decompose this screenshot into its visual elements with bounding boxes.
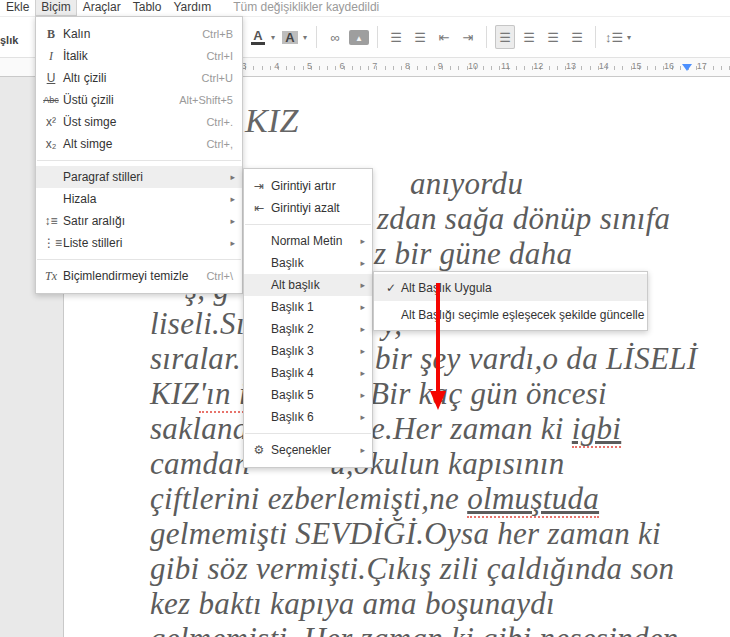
submenu-arrow-icon: ▸ <box>230 238 235 248</box>
right-indent-marker[interactable] <box>682 64 692 71</box>
format-menu: BKalınCtrl+BIİtalikCtrl+IUAltı çiziliCtr… <box>35 16 243 294</box>
menu-item-label: Biçimlendirmeyi temizle <box>63 269 188 283</box>
align-right-icon: ☰ <box>547 31 559 44</box>
ruler-number: 12 <box>533 61 543 71</box>
menu-separator <box>37 259 241 260</box>
highlight-color-icon[interactable]: A <box>280 25 300 49</box>
shortcut-label: Ctrl+I <box>206 50 233 62</box>
bulleted-list-icon[interactable]: ☰ <box>410 25 430 49</box>
menu-item-list-styles[interactable]: ⋮≡Liste stilleri▸ <box>36 232 242 254</box>
menu-item-heading-2[interactable]: Başlık 2▸ <box>244 318 372 340</box>
menu-item-label: Başlık <box>271 256 304 270</box>
menu-item-label: Üst simge <box>63 115 116 129</box>
text-segment: z bir güne daha <box>374 236 572 271</box>
menu-item-label: Başlık 2 <box>271 322 314 336</box>
menu-item-heading[interactable]: Başlık▸ <box>244 252 372 274</box>
menu-item-label: Kalın <box>63 27 90 41</box>
ruler-number: 5 <box>307 61 312 71</box>
menubar-item-menu-yardim[interactable]: Yardım <box>167 0 217 16</box>
indent-decrease-icon: ⇤ <box>251 202 267 214</box>
numbered-list-icon[interactable]: ☰ <box>386 25 406 49</box>
menu-item-align[interactable]: Hizala▸ <box>36 188 242 210</box>
line-spacing-icon[interactable]: ↕☰ <box>604 25 624 49</box>
menu-item-bold[interactable]: BKalınCtrl+B <box>36 23 242 45</box>
menu-item-heading-3[interactable]: Başlık 3▸ <box>244 340 372 362</box>
menu-item-label: Başlık 3 <box>271 344 314 358</box>
text-color-icon[interactable]: A <box>248 25 268 49</box>
menubar-item-menu-ekle[interactable]: Ekle <box>0 0 35 16</box>
menu-item-superscript[interactable]: x²Üst simgeCtrl+. <box>36 111 242 133</box>
ruler-number: 10 <box>468 61 478 71</box>
menu-item-heading-4[interactable]: Başlık 4▸ <box>244 362 372 384</box>
line-spacing-icon: ↕≡ <box>43 215 59 227</box>
menu-item-normal-text[interactable]: Normal Metin▸ <box>244 230 372 252</box>
menu-item-subscript[interactable]: x₂Alt simgeCtrl+, <box>36 133 242 155</box>
submenu-arrow-icon: ▸ <box>360 346 365 356</box>
ruler-number: 13 <box>566 61 576 71</box>
insert-image-icon[interactable]: ▲ <box>349 25 369 49</box>
menu-item-label: Altı çizili <box>63 71 106 85</box>
shortcut-label: Ctrl+\ <box>206 270 233 282</box>
annotation-arrow-head <box>430 391 446 410</box>
document-text-fragment: zdan sağa dönüp sınıfa <box>377 201 670 236</box>
document-title-fragment: KIZ <box>245 103 299 138</box>
text-segment: e.Her zaman ki <box>371 411 572 446</box>
align-left-icon[interactable]: ☰ <box>495 25 515 49</box>
menu-item-clear-formatting[interactable]: TxBiçimlendirmeyi temizleCtrl+\ <box>36 265 242 287</box>
menu-item-line-spacing[interactable]: ↕≡Satır aralığı▸ <box>36 210 242 232</box>
list-styles-icon: ⋮≡ <box>43 237 59 249</box>
menubar-item-menu-araclar[interactable]: Araçlar <box>77 0 127 16</box>
submenu-arrow-icon: ▸ <box>360 412 365 422</box>
text-segment: kez baktı kapıya ama boşunaydı <box>150 586 555 621</box>
menu-item-apply-subtitle[interactable]: ✓Alt Başlık Uygula <box>374 274 647 301</box>
menu-item-indent-increase[interactable]: ⇥Girintiyi artır <box>244 175 372 197</box>
submenu-arrow-icon: ▸ <box>360 258 365 268</box>
align-right-icon[interactable]: ☰ <box>543 25 563 49</box>
menu-item-subtitle[interactable]: Alt başlık▸ <box>244 274 372 296</box>
menu-item-label: İtalik <box>63 49 88 63</box>
menu-item-options[interactable]: ⚙Seçenekler▸ <box>244 439 372 461</box>
menu-item-label: Başlık 6 <box>271 410 314 424</box>
dropdown-caret-icon[interactable]: ▾ <box>271 33 275 42</box>
menu-item-indent-decrease[interactable]: ⇤Girintiyi azalt <box>244 197 372 219</box>
shortcut-label: Ctrl+U <box>202 72 233 84</box>
menu-item-strikethrough[interactable]: AbcÜstü çiziliAlt+Shift+5 <box>36 89 242 111</box>
toolbar-divider <box>377 26 378 48</box>
increase-indent-icon: ⇥ <box>463 31 474 44</box>
dropdown-caret-icon[interactable]: ▾ <box>627 33 631 42</box>
menu-item-label: Paragraf stilleri <box>63 170 143 184</box>
text-segment: anıyordu <box>410 166 523 201</box>
checkmark-icon: ✓ <box>381 281 401 295</box>
justify-icon[interactable]: ☰ <box>567 25 587 49</box>
ruler-number: 15 <box>631 61 641 71</box>
align-center-icon[interactable]: ☰ <box>519 25 539 49</box>
dropdown-caret-icon[interactable]: ▾ <box>303 33 307 42</box>
menu-item-label: Liste stilleri <box>63 236 122 250</box>
increase-indent-icon[interactable]: ⇥ <box>458 25 478 49</box>
marked-text: igbi <box>572 411 621 448</box>
menubar-item-menu-bicim[interactable]: Biçim <box>35 0 76 16</box>
menu-item-update-subtitle[interactable]: Alt Başlığı seçimle eşleşecek şekilde gü… <box>374 301 647 328</box>
italic-icon: I <box>43 50 59 62</box>
annotation-arrow-line <box>436 283 440 391</box>
superscript-icon: x² <box>43 116 59 128</box>
menu-item-heading-5[interactable]: Başlık 5▸ <box>244 384 372 406</box>
menu-item-heading-1[interactable]: Başlık 1▸ <box>244 296 372 318</box>
menu-item-paragraph-styles[interactable]: Paragraf stilleri▸ <box>36 166 242 188</box>
menu-item-label: Üstü çizili <box>63 93 114 107</box>
menu-item-heading-6[interactable]: Başlık 6▸ <box>244 406 372 428</box>
insert-link-icon[interactable]: ∞ <box>325 25 345 49</box>
decrease-indent-icon[interactable]: ⇤ <box>434 25 454 49</box>
text-segment: KIZ <box>150 376 199 411</box>
menu-item-underline[interactable]: UAltı çiziliCtrl+U <box>36 67 242 89</box>
document-text-fragment: z bir güne daha <box>374 236 572 271</box>
strikethrough-icon: Abc <box>43 96 59 105</box>
menu-item-label: Alt Başlık Uygula <box>401 281 492 295</box>
menu-separator <box>245 433 371 434</box>
menu-item-italic[interactable]: IİtalikCtrl+I <box>36 45 242 67</box>
menu-separator <box>37 160 241 161</box>
submenu-arrow-icon: ▸ <box>360 302 365 312</box>
menubar-item-menu-tablo[interactable]: Tablo <box>127 0 168 16</box>
ruler-number: 7 <box>372 61 377 71</box>
paragraph-style-dropdown[interactable]: şlık <box>0 34 18 46</box>
